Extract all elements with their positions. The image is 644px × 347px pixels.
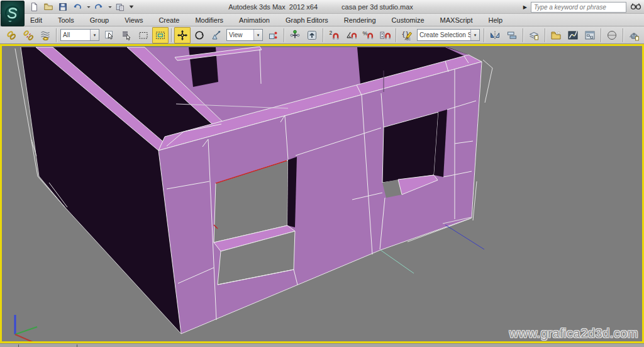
- 3dsmax-logo-icon: [3, 4, 22, 24]
- percent-snap-toggle-button[interactable]: %: [360, 27, 376, 43]
- select-and-move-button[interactable]: [174, 27, 191, 43]
- menu-modifiers[interactable]: Modifiers: [195, 16, 223, 24]
- line-wire: [483, 60, 492, 68]
- svg-text:2: 2: [330, 30, 333, 36]
- title-bar: Autodesk 3ds Max 2012 x64casa per 3d stu…: [0, 0, 644, 14]
- chevron-down-icon[interactable]: ▾: [90, 30, 99, 40]
- edit-named-selection-sets-button[interactable]: {}ABC: [399, 27, 415, 43]
- chevron-down-icon[interactable]: ▾: [470, 30, 479, 40]
- spinner-snap-toggle-button[interactable]: [377, 27, 393, 43]
- menu-create[interactable]: Create: [158, 16, 179, 24]
- watermark: www.grafica2d3d.com: [509, 326, 638, 341]
- menu-views[interactable]: Views: [125, 16, 143, 24]
- chevron-down-icon[interactable]: ▾: [253, 30, 262, 40]
- menu-animation[interactable]: Animation: [239, 16, 270, 24]
- project-folder-button[interactable]: [114, 1, 126, 13]
- use-pivot-point-center-button[interactable]: [265, 27, 281, 43]
- named-selection-sets-value: Create Selection Se: [418, 31, 470, 38]
- align-button[interactable]: [504, 27, 520, 43]
- material-editor-button[interactable]: [604, 27, 620, 43]
- qat-dropdown[interactable]: [128, 4, 133, 11]
- menu-rendering[interactable]: Rendering: [344, 16, 376, 24]
- menu-graph-editors[interactable]: Graph Editors: [286, 16, 328, 24]
- curve-editor-button[interactable]: [565, 27, 581, 43]
- reference-coordinate-system-combo[interactable]: View▾: [226, 29, 263, 41]
- menu-maxscript[interactable]: MAXScript: [440, 16, 473, 24]
- infocenter: ▶: [523, 0, 641, 14]
- perspective-viewport[interactable]: www.grafica2d3d.com: [0, 44, 644, 343]
- toolbar-separator: [323, 28, 323, 42]
- bind-to-space-warp-button[interactable]: [37, 27, 53, 43]
- undo-dropdown[interactable]: [86, 4, 91, 11]
- line-axis-x: [15, 334, 33, 341]
- binoculars-icon[interactable]: [630, 1, 641, 13]
- save-file-button[interactable]: [57, 1, 69, 13]
- main-toolbar: All▾View▾2%{}ABCCreate Selection Se▾: [0, 26, 644, 44]
- line-axis-y: [15, 327, 37, 334]
- toolbar-separator: [545, 28, 545, 42]
- trackbar-tick: [18, 344, 19, 347]
- search-input[interactable]: [531, 2, 626, 13]
- select-and-link-button[interactable]: [3, 27, 19, 43]
- select-and-rotate-button[interactable]: [191, 27, 208, 43]
- toolbar-separator: [623, 28, 623, 42]
- reference-coordinate-system-value: View: [227, 31, 253, 38]
- unlink-selection-button[interactable]: [20, 27, 36, 43]
- select-and-scale-button[interactable]: [208, 27, 225, 43]
- trackbar-tick: [77, 344, 77, 347]
- toolbar-separator: [56, 28, 57, 42]
- select-and-manipulate-button[interactable]: [287, 27, 303, 43]
- toolbar-separator: [523, 28, 523, 42]
- quick-access-toolbar: [28, 0, 133, 14]
- line-grid-teal: [380, 250, 414, 273]
- schematic-view-button[interactable]: [582, 27, 598, 43]
- open-file-button[interactable]: [42, 1, 55, 13]
- toolbar-separator: [601, 28, 601, 42]
- menu-group[interactable]: Group: [90, 16, 109, 24]
- redo-button[interactable]: [92, 1, 105, 13]
- menu-customize[interactable]: Customize: [392, 16, 425, 24]
- named-selection-sets-combo[interactable]: Create Selection Se▾: [417, 29, 480, 41]
- svg-text:%: %: [363, 30, 368, 37]
- new-scene-button[interactable]: [28, 1, 40, 13]
- menu-edit[interactable]: Edit: [30, 16, 42, 24]
- document-title: casa per 3d studio.max: [341, 3, 413, 11]
- render-setup-button[interactable]: [626, 27, 642, 43]
- keyboard-shortcut-override-button[interactable]: [304, 27, 320, 43]
- menu-tools[interactable]: Tools: [58, 16, 74, 24]
- snaps-toggle-2d-button[interactable]: 2: [326, 27, 342, 43]
- select-by-name-button[interactable]: [118, 27, 135, 43]
- toolbar-separator: [396, 28, 396, 42]
- rectangular-selection-region-button[interactable]: [135, 27, 152, 43]
- selection-filter-value: All: [61, 31, 90, 38]
- selection-filter-combo[interactable]: All▾: [60, 29, 99, 41]
- toolbar-separator: [484, 28, 484, 42]
- infocenter-expand-icon[interactable]: ▶: [523, 4, 527, 10]
- toolbar-separator: [171, 28, 172, 42]
- mirror-button[interactable]: [487, 27, 503, 43]
- menu-help[interactable]: Help: [489, 16, 503, 24]
- redo-dropdown[interactable]: [107, 4, 112, 11]
- line-grid-blue: [445, 225, 484, 249]
- graphite-modeling-tools-button[interactable]: [548, 27, 564, 43]
- undo-button[interactable]: [71, 1, 84, 13]
- angle-snap-toggle-button[interactable]: [343, 27, 359, 43]
- application-menu-button[interactable]: [1, 1, 25, 26]
- menu-bar: EditToolsGroupViewsCreateModifiersAnimat…: [0, 14, 644, 26]
- select-object-button[interactable]: [101, 27, 118, 43]
- window-crossing-button[interactable]: [152, 27, 169, 43]
- window-title: Autodesk 3ds Max 2012 x64casa per 3d stu…: [157, 0, 484, 14]
- line-wire: [485, 68, 492, 103]
- track-bar[interactable]: [0, 343, 644, 347]
- svg-text:ABC: ABC: [405, 38, 411, 41]
- scene-canvas[interactable]: [2, 46, 642, 341]
- layer-manager-button[interactable]: [526, 27, 542, 43]
- app-title: Autodesk 3ds Max 2012 x64: [228, 3, 318, 11]
- toolbar-separator: [284, 28, 284, 42]
